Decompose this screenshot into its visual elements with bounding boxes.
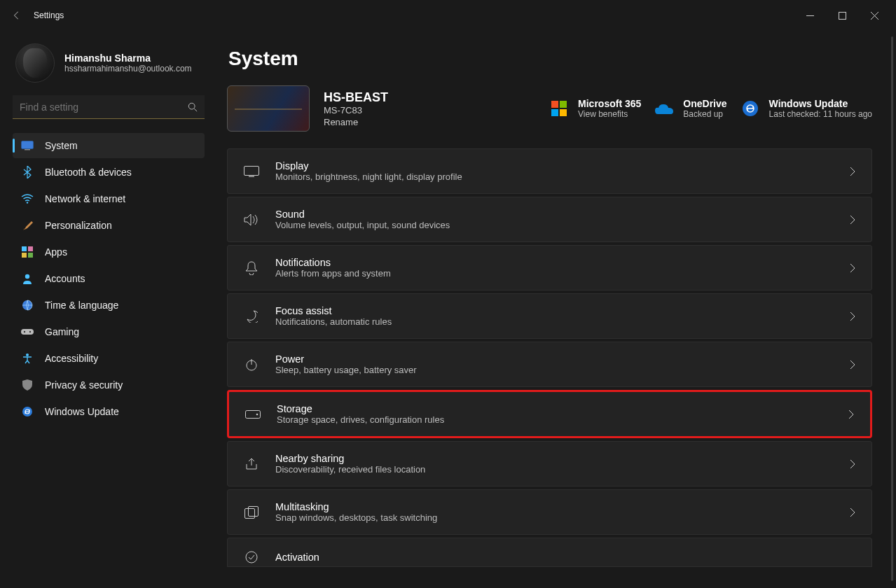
desktop-thumbnail xyxy=(227,85,310,132)
account-section[interactable]: Himanshu Sharma hssharmahimanshu@outlook… xyxy=(15,43,205,83)
account-name: Himanshu Sharma xyxy=(64,52,192,64)
shield-icon xyxy=(21,379,34,391)
row-subtitle: Storage space, drives, configuration rul… xyxy=(277,414,444,425)
search-box[interactable] xyxy=(13,95,205,119)
maximize-button[interactable] xyxy=(826,4,858,27)
svg-point-9 xyxy=(25,274,29,279)
quicklink-title: Microsoft 365 xyxy=(578,98,641,109)
row-subtitle: Discoverability, received files location xyxy=(275,464,425,475)
svg-point-28 xyxy=(246,552,257,563)
svg-point-1 xyxy=(188,103,195,109)
row-nearby-sharing[interactable]: Nearby sharingDiscoverability, received … xyxy=(227,441,872,486)
row-sound[interactable]: SoundVolume levels, output, input, sound… xyxy=(227,197,872,242)
chevron-right-icon xyxy=(849,360,856,370)
quicklink-microsoft365[interactable]: Microsoft 365 View benefits xyxy=(550,98,641,119)
nav-label: Personalization xyxy=(45,220,112,231)
chevron-right-icon xyxy=(849,215,856,225)
row-title: Focus assist xyxy=(275,305,392,316)
microsoft-365-icon xyxy=(550,99,568,118)
row-subtitle: Notifications, automatic rules xyxy=(275,316,392,327)
nav-item-network[interactable]: Network & internet xyxy=(13,186,205,211)
nav-item-personalization[interactable]: Personalization xyxy=(13,213,205,238)
svg-rect-2 xyxy=(22,141,34,149)
chevron-right-icon xyxy=(849,312,856,321)
search-icon xyxy=(188,102,198,112)
check-icon xyxy=(243,549,260,566)
nav-label: Accounts xyxy=(45,273,85,284)
row-title: Sound xyxy=(275,209,450,220)
nav-item-accounts[interactable]: Accounts xyxy=(13,266,205,291)
row-title: Multitasking xyxy=(275,501,437,512)
row-title: Display xyxy=(275,160,462,172)
titlebar: Settings xyxy=(0,0,896,31)
system-icon xyxy=(21,139,34,152)
row-subtitle: Monitors, brightness, night light, displ… xyxy=(275,172,462,182)
back-button[interactable] xyxy=(6,4,28,27)
share-icon xyxy=(243,456,260,472)
nav-label: Time & language xyxy=(45,300,118,311)
gamepad-icon xyxy=(21,326,34,338)
svg-rect-8 xyxy=(28,253,33,258)
scrollbar[interactable] xyxy=(891,36,893,581)
nav-label: Windows Update xyxy=(45,406,119,417)
row-display[interactable]: DisplayMonitors, brightness, night light… xyxy=(227,148,872,194)
row-focus-assist[interactable]: Focus assistNotifications, automatic rul… xyxy=(227,293,872,339)
svg-rect-27 xyxy=(249,506,259,516)
nav-label: Bluetooth & devices xyxy=(45,167,132,178)
nav-item-update[interactable]: Windows Update xyxy=(13,399,205,424)
svg-point-25 xyxy=(256,413,259,415)
nav-item-privacy[interactable]: Privacy & security xyxy=(13,372,205,398)
svg-point-13 xyxy=(29,331,31,332)
row-title: Notifications xyxy=(275,257,391,268)
nav-item-bluetooth[interactable]: Bluetooth & devices xyxy=(13,160,205,185)
nav-label: Privacy & security xyxy=(45,379,123,391)
clock-globe-icon xyxy=(21,299,34,312)
sound-icon xyxy=(243,211,260,228)
brush-icon xyxy=(21,219,34,232)
row-power[interactable]: PowerSleep, battery usage, battery saver xyxy=(227,342,872,387)
device-name: HS-BEAST xyxy=(324,90,429,105)
chevron-right-icon xyxy=(848,410,855,419)
rename-link[interactable]: Rename xyxy=(324,117,429,127)
svg-rect-22 xyxy=(249,176,254,176)
multitask-icon xyxy=(243,504,260,521)
wifi-icon xyxy=(21,192,34,205)
row-notifications[interactable]: NotificationsAlerts from apps and system xyxy=(227,245,872,290)
svg-rect-5 xyxy=(22,246,27,251)
page-title: System xyxy=(228,48,872,70)
svg-rect-11 xyxy=(21,329,34,335)
row-subtitle: Alerts from apps and system xyxy=(275,268,391,279)
account-email: hssharmahimanshu@outlook.com xyxy=(64,64,192,74)
minimize-button[interactable] xyxy=(794,4,826,27)
row-title: Storage xyxy=(277,403,444,414)
close-button[interactable] xyxy=(858,4,890,27)
search-input[interactable] xyxy=(20,102,188,113)
row-title: Power xyxy=(275,354,417,365)
row-storage[interactable]: StorageStorage space, drives, configurat… xyxy=(227,390,872,438)
svg-rect-0 xyxy=(839,12,846,19)
row-multitasking[interactable]: MultitaskingSnap windows, desktops, task… xyxy=(227,489,872,535)
nav-item-apps[interactable]: Apps xyxy=(13,239,205,265)
main-panel: System HS-BEAST MS-7C83 Rename Microsoft… xyxy=(217,31,896,588)
person-icon xyxy=(21,272,34,285)
quicklink-update[interactable]: Windows Update Last checked: 11 hours ag… xyxy=(741,98,872,119)
window-title: Settings xyxy=(34,10,64,20)
row-activation[interactable]: Activation xyxy=(227,538,872,567)
svg-rect-21 xyxy=(244,166,259,175)
nav-item-time[interactable]: Time & language xyxy=(13,293,205,318)
display-icon xyxy=(243,163,260,180)
nav-item-gaming[interactable]: Gaming xyxy=(13,319,205,344)
bluetooth-icon xyxy=(21,166,34,178)
nav-label: Apps xyxy=(45,246,67,258)
nav-item-system[interactable]: System xyxy=(13,133,205,158)
quicklink-subtitle: Backed up xyxy=(683,109,726,119)
svg-rect-7 xyxy=(22,253,27,258)
nav-item-accessibility[interactable]: Accessibility xyxy=(13,346,205,371)
row-subtitle: Volume levels, output, input, sound devi… xyxy=(275,220,450,230)
moon-icon xyxy=(243,308,260,325)
quicklink-subtitle: Last checked: 11 hours ago xyxy=(769,109,872,119)
quicklink-onedrive[interactable]: OneDrive Backed up xyxy=(655,98,726,119)
update-icon xyxy=(21,405,34,418)
svg-rect-19 xyxy=(560,109,567,116)
apps-icon xyxy=(21,246,34,258)
